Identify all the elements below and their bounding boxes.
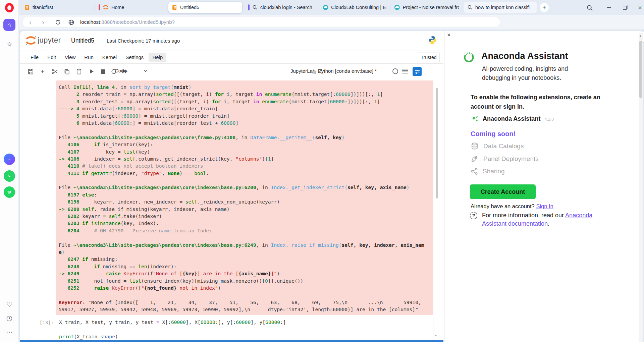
paste-cell-button[interactable] [75, 68, 83, 75]
tab-separator [390, 4, 390, 10]
menu-help[interactable]: Help [149, 53, 166, 62]
menu-view[interactable]: View [61, 53, 79, 62]
tab-search-button[interactable] [586, 4, 594, 12]
extension-version: 4.1.0 [544, 116, 554, 122]
url-text[interactable]: localhost:8888/notebooks/Untitled5.ipynb… [80, 17, 175, 27]
sidebar-messenger-button[interactable] [4, 154, 15, 165]
sidebar-spotify-button[interactable] [4, 186, 15, 198]
minimize-icon [607, 7, 611, 8]
reload-button[interactable] [55, 19, 61, 25]
url-path: :8888/notebooks/Untitled5.ipynb? [100, 19, 175, 25]
info-prefix: For more information, read our [482, 212, 565, 219]
traceback-line: 6248 if nmissing == len(indexer): [59, 263, 433, 270]
add-cell-button[interactable]: + [39, 68, 46, 75]
notebook-menubar: File Edit View Run Kernel Settings Help … [20, 51, 443, 64]
traceback-line: Cell In[11], line 4, in sort_by_target(m… [59, 83, 433, 91]
run-cell-button[interactable] [88, 68, 95, 75]
help-question-icon: ? [470, 212, 477, 219]
clock-icon [6, 315, 13, 322]
traceback-line [59, 234, 433, 241]
jupyter-brand-text[interactable]: jupyter [38, 36, 61, 45]
sidebar-whatsapp-button[interactable] [4, 170, 15, 182]
notebook-scrollbar[interactable] [436, 88, 438, 198]
window-close-button[interactable]: × [636, 4, 644, 12]
share-icon [471, 168, 478, 175]
trusted-button[interactable]: Trusted [418, 53, 439, 62]
window-minimize-button[interactable] [605, 4, 613, 12]
panel-close-button[interactable]: × [447, 32, 451, 39]
traceback-line: 4111 if getattr(indexer, "dtype", None) … [59, 170, 433, 177]
tab-titanicfirst[interactable]: titanicfirst [21, 2, 93, 13]
sidebar-bookmarks-star-button[interactable]: ☆ [3, 38, 15, 50]
interrupt-kernel-button[interactable] [99, 68, 107, 75]
traceback-line: -> 6200 self._raise_if_missing(keyarr, i… [59, 206, 433, 213]
traceback-line: 6247 if nmissing: [59, 255, 433, 263]
panel-scrollbar-handle[interactable] [639, 41, 642, 98]
kernel-name[interactable]: Python [conda env:base] * [318, 68, 377, 74]
notebook-menu-hamburger[interactable] [402, 69, 408, 73]
tab-separator [95, 4, 95, 10]
assistant-title: Anaconda Assistant [481, 51, 568, 61]
tab-project-noise-removal[interactable]: Project - Noise removal fro [391, 2, 463, 13]
opera-logo[interactable] [5, 3, 14, 12]
tab-label: CloudxLab Consulting | En [331, 5, 386, 10]
code-cell[interactable]: X_train, X_test, y_train, y_test = X[:60… [56, 316, 433, 342]
traceback-line: 6202 keyarr = self.take(indexer) [59, 213, 433, 220]
sidebar-likes-heart-button[interactable]: ♡ [3, 298, 15, 310]
tab-separator [319, 4, 319, 10]
code-cell-editor[interactable]: X_train, X_test, y_train, y_test = X[:60… [56, 316, 433, 340]
traceback-line: 6204 # GH 42790 - Preserve name from an … [59, 227, 433, 234]
sign-in-link[interactable]: Sign In [536, 203, 553, 209]
cell-type-dropdown[interactable]: Code [115, 68, 148, 73]
tab-knn-search[interactable]: how to import knn classifi [464, 2, 537, 13]
item-label: Panel Deployments [483, 155, 539, 163]
traceback-line: ----> 4 mnist.data[:60000] = mnist.data[… [59, 105, 433, 112]
coming-soon-item-data-catalogs: Data Catalogs [471, 142, 524, 150]
cell-type-value: Code [115, 68, 127, 73]
back-button[interactable]: ‹ [29, 17, 32, 27]
tab-label: cloudxlab login - Search [260, 5, 312, 10]
scroll-down-arrow[interactable]: ⌄ [434, 332, 438, 337]
tab-home[interactable]: Home [95, 2, 167, 13]
traceback-line: 6252 raise KeyError(f"{not_found} not in… [59, 284, 433, 291]
panel-scrollbar-track[interactable]: ▲ [639, 33, 643, 342]
tab-cloudxlab-consulting[interactable]: CloudxLab Consulting | En [319, 2, 390, 13]
copy-cell-button[interactable] [63, 68, 70, 75]
signin-line: Already have an account? Sign In [471, 203, 553, 210]
url-field[interactable]: ‹ › localhost:8888/notebooks/Untitled5.i… [22, 17, 500, 27]
scroll-up-arrow[interactable]: ▲ [639, 34, 642, 38]
create-account-button[interactable]: Create Account [470, 184, 536, 199]
browser-tab-bar: titanicfirst Home Untitled5 cloudxlab lo… [19, 0, 644, 15]
sidebar-history-button[interactable] [3, 312, 15, 325]
debugger-bug-icon[interactable] [311, 68, 318, 75]
kernel-status-circle[interactable] [392, 68, 398, 74]
traceback-line: 6 mnist.data[60000:] = mnist.data[reorde… [59, 119, 433, 126]
forward-button[interactable]: › [42, 17, 44, 27]
code-line [59, 326, 433, 333]
tab-label: Untitled5 [180, 5, 199, 10]
sliders-icon [415, 69, 420, 74]
save-button[interactable] [27, 68, 34, 75]
sidebar-more-button[interactable]: ⋯ [3, 326, 15, 338]
tab-untitled5-active[interactable]: Untitled5 [168, 2, 242, 13]
menu-run[interactable]: Run [80, 53, 97, 62]
menu-file[interactable]: File [27, 53, 42, 62]
traceback-line: 6251 not_found = list(ensure_index(key)[… [59, 277, 433, 284]
menu-kernel[interactable]: Kernel [99, 53, 120, 62]
menu-edit[interactable]: Edit [44, 53, 60, 62]
search-icon [587, 5, 593, 11]
notebook-title[interactable]: Untitled5 [71, 37, 94, 44]
tab-cloudxlab-search[interactable]: cloudxlab login - Search [245, 2, 318, 13]
tab-attention-bar-purple [248, 4, 250, 10]
cut-cell-button[interactable] [51, 68, 58, 75]
jupyter-logo [25, 35, 37, 46]
traceback-line: e) [59, 248, 433, 255]
traceback-line: 3 reorder_test = np.array(sorted([(targe… [59, 98, 433, 105]
new-tab-button[interactable]: + [540, 3, 549, 12]
notebook-toolbar: + Code JupyterLab Python [conda env:base… [20, 64, 443, 79]
menu-settings[interactable]: Settings [122, 53, 147, 62]
notebook-tools-button[interactable] [413, 67, 422, 76]
traceback-line: 5 mnist.target[:60000] = mnist.target[re… [59, 112, 433, 119]
sidebar-home-button[interactable]: ⌂ [3, 19, 15, 31]
window-restore-button[interactable] [621, 4, 629, 12]
